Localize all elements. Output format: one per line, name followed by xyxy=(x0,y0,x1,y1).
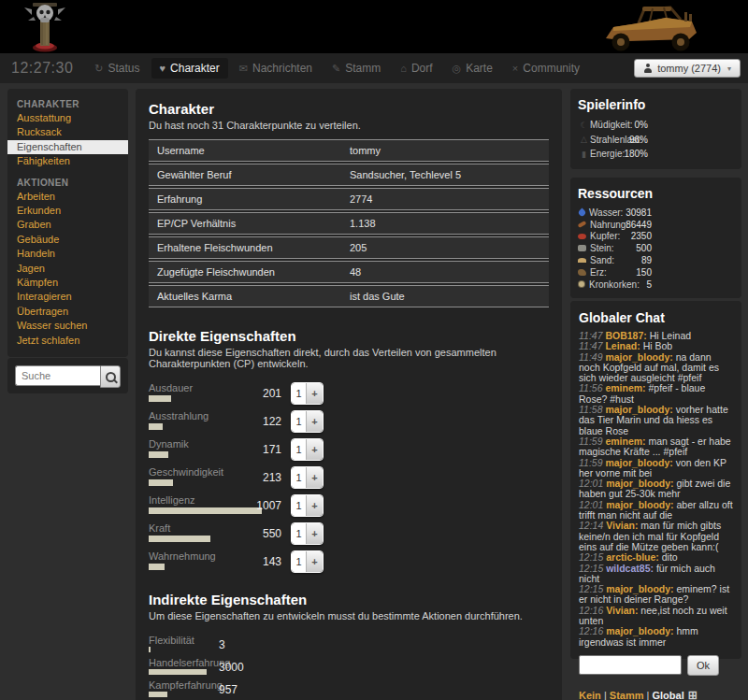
stat-label-bar: Geschwindigkeit xyxy=(149,466,549,486)
stat-label: Ausstrahlung xyxy=(149,410,549,421)
sidebar-item-geb-ude[interactable]: Gebäude xyxy=(7,233,128,247)
points-input[interactable]: 1 xyxy=(292,411,306,432)
nav-item-nachrichten[interactable]: ✉Nachrichten xyxy=(231,58,321,79)
channel-separator: | xyxy=(601,690,610,700)
resource-rows: Wasser:30981Nahrung:86449Kupfer:2350Stei… xyxy=(578,207,734,291)
profile-row-zugef-gte-fleischwunden: Zugefügte Fleischwunden48 xyxy=(149,261,549,283)
character-heart-icon: ♥ xyxy=(160,64,166,74)
fatigue-icon: ☾ xyxy=(578,121,590,130)
playerinfo-value: 0% xyxy=(590,120,648,130)
chat-timestamp: 12:14 xyxy=(579,520,603,531)
chat-message: 12:16 Vivian: nee,ist noch zu weit unten xyxy=(579,606,733,627)
chat-timestamp: 12:01 xyxy=(579,499,603,510)
points-input[interactable]: 1 xyxy=(292,495,306,516)
direct-stat-row-dynamik: Dynamik1711+ xyxy=(149,438,549,459)
resources-title: Ressourcen xyxy=(578,186,734,201)
sidebar-item-eigenschaften[interactable]: Eigenschaften xyxy=(7,140,128,154)
sidebar-item-bertragen[interactable]: Übertragen xyxy=(7,305,128,319)
chat-panel: Globaler Chat 11:47 BOB187: Hi Leinad11:… xyxy=(570,301,741,659)
status-refresh-icon: ↻ xyxy=(94,64,103,74)
points-input[interactable]: 1 xyxy=(292,551,306,572)
chat-channel-kein[interactable]: Kein xyxy=(579,690,601,700)
add-point-button[interactable]: + xyxy=(306,467,323,488)
stat-label: Handelserfahrung xyxy=(149,657,549,668)
chat-username: BOB187: xyxy=(605,330,646,341)
resource-value: 2350 xyxy=(590,231,652,241)
nav-item-stamm[interactable]: ✎Stamm xyxy=(324,58,389,79)
sidebar-item-jetzt-schlafen[interactable]: Jetzt schlafen xyxy=(7,334,128,348)
add-point-button[interactable]: + xyxy=(306,411,323,432)
points-input[interactable]: 1 xyxy=(292,467,306,488)
user-menu-button[interactable]: tommy (2774) ▾ xyxy=(634,59,741,78)
sidebar-item-interagieren[interactable]: Interagieren xyxy=(7,290,128,304)
profile-table: UsernametommyGewählter BerufSandsucher, … xyxy=(149,139,549,307)
chat-username: eminem: xyxy=(605,436,645,447)
resource-value: 86449 xyxy=(590,220,652,230)
add-point-button[interactable]: + xyxy=(306,523,323,544)
playerinfo-row-m-digkeit: ☾Müdigkeit:0% xyxy=(578,118,734,133)
add-point-button[interactable]: + xyxy=(306,383,323,404)
nav-item-dorf[interactable]: ⌂Dorf xyxy=(392,58,440,79)
stat-value: 143 xyxy=(233,555,281,568)
nav-item-status[interactable]: ↻Status xyxy=(86,58,148,79)
points-input[interactable]: 1 xyxy=(292,439,306,460)
add-point-button[interactable]: + xyxy=(306,551,323,572)
sidebar-item-k-mpfen[interactable]: Kämpfen xyxy=(7,276,128,290)
channel-grid-icon[interactable]: ⊞ xyxy=(688,689,698,700)
header-banner xyxy=(0,0,748,53)
resource-row-erz: Erz:150 xyxy=(578,266,734,279)
profile-value: tommy xyxy=(350,145,540,156)
top-navbar: 12:27:30 ↻Status♥Charakter✉Nachrichten✎S… xyxy=(0,53,748,83)
nav-menu: ↻Status♥Charakter✉Nachrichten✎Stamm⌂Dorf… xyxy=(86,58,588,79)
nav-item-label: Karte xyxy=(466,62,493,75)
direct-stat-row-ausdauer: Ausdauer2011+ xyxy=(149,382,549,403)
points-input[interactable]: 1 xyxy=(292,383,306,404)
stat-bar xyxy=(149,423,163,430)
points-spinner: 1+ xyxy=(291,410,324,433)
sidebar-item-erkunden[interactable]: Erkunden xyxy=(7,204,128,218)
nav-item-karte[interactable]: ◎Karte xyxy=(444,58,501,79)
chat-channel-stamm[interactable]: Stamm xyxy=(610,690,644,700)
stat-label: Kraft xyxy=(149,522,549,534)
chat-username: arctic-blue: xyxy=(606,551,659,563)
chat-username: wildcat85: xyxy=(606,563,654,574)
chat-input[interactable] xyxy=(579,655,682,675)
page-title: Charakter xyxy=(149,101,549,117)
sidebar-item-ausstattung[interactable]: Ausstattung xyxy=(7,111,128,125)
energy-icon: ▮ xyxy=(578,150,590,159)
nav-item-community[interactable]: ×Community xyxy=(504,58,588,79)
search-button[interactable] xyxy=(100,365,121,388)
nav-item-label: Dorf xyxy=(411,62,433,75)
chat-channel-global[interactable]: Global xyxy=(653,690,684,700)
stat-value: 957 xyxy=(219,683,237,696)
chat-timestamp: 11:47 xyxy=(579,330,603,341)
sidebar-item-wasser-suchen[interactable]: Wasser suchen xyxy=(7,319,128,333)
stat-label: Flexibilität xyxy=(149,635,549,646)
direct-stats-list: Ausdauer2011+Ausstrahlung1221+Dynamik171… xyxy=(149,382,549,571)
chat-message: 12:01 major_bloody: gibt zwei die haben … xyxy=(579,479,733,500)
chat-timestamp: 12:15 xyxy=(579,583,603,594)
points-spinner: 1+ xyxy=(291,382,324,405)
nav-item-label: Status xyxy=(108,62,140,75)
chat-send-button[interactable]: Ok xyxy=(687,655,719,676)
stat-value: 3000 xyxy=(219,661,244,674)
buggy-vehicle-image xyxy=(600,5,701,51)
sidebar-item-arbeiten[interactable]: Arbeiten xyxy=(7,190,128,204)
points-input[interactable]: 1 xyxy=(292,523,306,544)
sidebar-item-graben[interactable]: Graben xyxy=(7,218,128,232)
sidebar-item-handeln[interactable]: Handeln xyxy=(7,247,128,261)
chat-text: dito xyxy=(659,551,678,563)
sidebar-item-f-higkeiten[interactable]: Fähigkeiten xyxy=(7,154,128,168)
nav-item-charakter[interactable]: ♥Charakter xyxy=(151,58,228,79)
user-menu-label: tommy (2774) xyxy=(657,63,721,74)
sidebar-menu: CharakterAusstattungRucksackEigenschafte… xyxy=(7,89,128,357)
chat-timestamp: 11:56 xyxy=(579,382,603,393)
search-input[interactable] xyxy=(15,365,100,386)
sidebar-item-jagen[interactable]: Jagen xyxy=(7,262,128,276)
stat-label-bar: Wahrnehmung xyxy=(149,550,549,570)
add-point-button[interactable]: + xyxy=(306,495,323,516)
playerinfo-title: Spielerinfo xyxy=(578,97,734,112)
playerinfo-row-strahlenlast: △Strahlenlast:96% xyxy=(578,133,734,148)
sidebar-item-rucksack[interactable]: Rucksack xyxy=(7,125,128,139)
add-point-button[interactable]: + xyxy=(306,439,323,460)
